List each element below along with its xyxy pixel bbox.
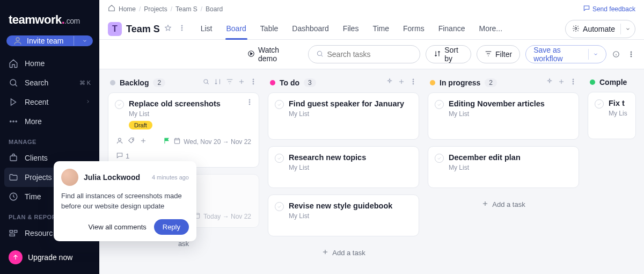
resource-icon — [9, 228, 18, 238]
task-card[interactable]: Fix t My Lis — [588, 92, 636, 139]
upgrade-icon — [9, 250, 23, 264]
task-card[interactable]: Find guest speaker for January My List — [268, 92, 419, 140]
tab-more[interactable]: More... — [479, 19, 502, 39]
tag-icon[interactable] — [128, 137, 135, 146]
project-more-icon[interactable] — [176, 24, 188, 34]
complete-toggle[interactable] — [275, 100, 284, 109]
complete-toggle[interactable] — [595, 99, 604, 109]
tab-table[interactable]: Table — [260, 19, 278, 39]
invite-team-button[interactable]: Invite team — [6, 35, 93, 46]
complete-toggle[interactable] — [115, 100, 124, 109]
task-card[interactable]: Research new topics My List — [268, 146, 419, 188]
clock-icon — [9, 192, 18, 201]
feedback-label: Send feedback — [592, 5, 635, 13]
breadcrumbs: Home / Projects / Team S / Board Send fe… — [99, 0, 644, 16]
nav-search[interactable]: Search ⌘ K — [0, 73, 99, 92]
complete-toggle[interactable] — [435, 100, 444, 109]
overflow-icon[interactable] — [626, 51, 635, 58]
recent-icon — [9, 97, 18, 107]
star-icon[interactable] — [164, 24, 172, 34]
filter-button[interactable]: Filter — [477, 45, 520, 63]
assignee-icon[interactable] — [116, 137, 123, 146]
chat-icon — [583, 4, 590, 13]
reply-button[interactable]: Reply — [154, 219, 189, 235]
crumb-projects[interactable]: Projects — [144, 5, 167, 13]
svg-point-20 — [204, 80, 208, 83]
svg-point-12 — [181, 30, 182, 31]
tab-dashboard[interactable]: Dashboard — [292, 19, 329, 39]
tab-finance[interactable]: Finance — [438, 19, 465, 39]
nav-recent[interactable]: Recent — [0, 92, 99, 112]
crumb-project[interactable]: Team S — [175, 5, 197, 13]
column-header: Backlog 2 — [108, 78, 259, 92]
column-header: To do 3 — [268, 78, 419, 92]
search-field[interactable] — [327, 50, 412, 59]
chevron-down-icon[interactable] — [620, 24, 631, 34]
sparkle-icon[interactable] — [386, 78, 393, 87]
card-title: Editing November articles — [436, 99, 571, 108]
view-all-comments-link[interactable]: View all comments — [89, 223, 147, 231]
complete-toggle[interactable] — [435, 154, 444, 163]
tab-list[interactable]: List — [201, 19, 213, 39]
column-title: Backlog — [120, 78, 149, 87]
chevron-down-icon[interactable] — [588, 49, 598, 60]
column-count: 2 — [485, 78, 497, 87]
svg-point-4 — [16, 121, 17, 122]
plus-icon — [321, 248, 329, 257]
shortcut-label: ⌘ K — [79, 80, 91, 86]
send-feedback-link[interactable]: Send feedback — [583, 4, 635, 13]
crumb-board[interactable]: Board — [206, 5, 223, 13]
plus-icon[interactable] — [398, 78, 405, 87]
nav-home[interactable]: Home — [0, 54, 99, 73]
watch-demo-button[interactable]: Watch demo — [247, 46, 292, 63]
upgrade-button[interactable]: Upgrade now — [0, 243, 99, 274]
task-card[interactable]: December edit plan My List — [428, 146, 579, 188]
nav-label: More — [25, 117, 42, 126]
card-more-icon[interactable] — [246, 98, 253, 108]
dots-icon[interactable] — [409, 78, 417, 87]
add-task-label: Add a task — [332, 249, 365, 257]
status-dot — [270, 80, 275, 85]
svg-point-18 — [631, 54, 632, 55]
svg-point-10 — [181, 25, 182, 26]
nav-more[interactable]: More — [0, 112, 99, 131]
task-card[interactable]: Revise new style guidebook My List — [268, 194, 419, 236]
chevron-down-icon[interactable] — [82, 37, 87, 45]
status-dot — [430, 80, 435, 85]
filter-icon[interactable] — [226, 78, 233, 87]
comments-count[interactable]: 1 — [116, 152, 251, 161]
sparkle-icon[interactable] — [546, 78, 553, 87]
complete-toggle[interactable] — [275, 154, 284, 163]
topbar: Home / Projects / Team S / Board Send fe… — [99, 0, 644, 40]
dots-icon[interactable] — [250, 78, 257, 87]
project-header: T Team S List Board Table Dashboard File… — [99, 16, 644, 39]
automate-button[interactable]: Automate — [565, 20, 635, 38]
task-card[interactable]: Editing November articles My List — [428, 92, 579, 140]
calendar-icon — [173, 137, 181, 146]
complete-toggle[interactable] — [275, 202, 284, 211]
column-count: 2 — [153, 78, 165, 87]
sort-button[interactable]: Sort by — [426, 45, 471, 63]
sort-label: Sort by — [444, 46, 463, 63]
plus-icon[interactable] — [238, 78, 245, 87]
automate-icon — [572, 25, 580, 34]
sort-icon[interactable] — [214, 78, 222, 87]
add-task-button[interactable]: Add a task — [268, 243, 419, 263]
plus-icon[interactable] — [558, 78, 565, 87]
tab-time[interactable]: Time — [372, 19, 389, 39]
dots-icon[interactable] — [569, 78, 577, 87]
card-list: My List — [436, 164, 571, 171]
search-input[interactable] — [308, 45, 420, 63]
save-workflow-button[interactable]: Save as workflow — [525, 45, 606, 63]
add-task-button[interactable]: Add a task — [428, 194, 579, 214]
tab-forms[interactable]: Forms — [403, 19, 425, 39]
tab-files[interactable]: Files — [343, 19, 359, 39]
saveflow-label: Save as workflow — [533, 46, 581, 63]
crumb-home[interactable]: Home — [119, 5, 136, 13]
plus-icon[interactable] — [140, 137, 147, 146]
search-icon[interactable] — [202, 78, 210, 87]
tab-board[interactable]: Board — [226, 19, 246, 39]
task-card[interactable]: Replace old screenshots My List Draft We… — [108, 92, 259, 168]
info-icon[interactable] — [612, 51, 621, 58]
flag-icon[interactable] — [163, 137, 171, 146]
